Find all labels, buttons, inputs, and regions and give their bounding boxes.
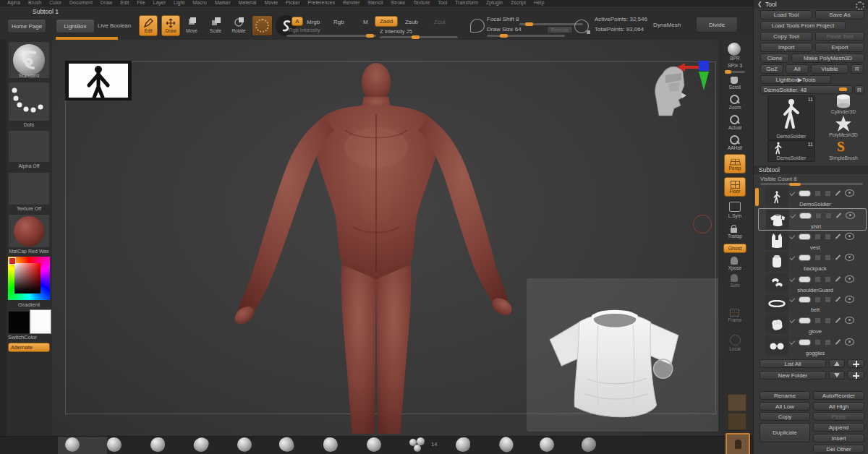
sculpt-model-demosoldier[interactable]: [208, 61, 512, 436]
spix-handle[interactable]: [725, 70, 731, 74]
active-tool-r-button[interactable]: R: [854, 85, 864, 94]
subtool-row-shirt[interactable]: shirt: [758, 208, 867, 231]
visibility-pill[interactable]: [799, 213, 812, 219]
ui-toggle-icon[interactable]: [825, 254, 831, 261]
menu-draw[interactable]: Draw: [101, 0, 112, 5]
list-all-button[interactable]: List All: [760, 359, 826, 368]
left-tray-divider[interactable]: [0, 40, 7, 436]
ui-toggle-icon[interactable]: [814, 190, 821, 197]
subtool-row-demosoldier[interactable]: DemoSoldier: [758, 187, 865, 207]
visible-count-track[interactable]: [760, 183, 863, 185]
live-boolean-button[interactable]: Live Boolean: [98, 22, 131, 29]
eye-icon[interactable]: [845, 317, 854, 324]
actual-button[interactable]: [730, 115, 739, 124]
menu-render[interactable]: Render: [343, 0, 359, 5]
polypaint-icon[interactable]: [791, 213, 796, 218]
copy-tool-button[interactable]: Copy Tool: [760, 32, 812, 41]
ui-toggle-icon[interactable]: [815, 213, 822, 219]
all-high-button[interactable]: All High: [813, 402, 864, 411]
divide-button[interactable]: Divide: [696, 17, 738, 33]
menu-marker[interactable]: Marker: [215, 0, 231, 5]
visibility-pill[interactable]: [799, 317, 811, 324]
rotate-button[interactable]: Rotate: [230, 17, 247, 37]
zadd-toggle[interactable]: Zadd: [375, 16, 398, 27]
goz-visible-button[interactable]: Visible: [811, 64, 848, 74]
z-intensity-slider[interactable]: [380, 36, 458, 38]
focal-shift-handle[interactable]: [525, 22, 533, 26]
brush-preset[interactable]: [237, 437, 252, 452]
visibility-pill[interactable]: [799, 234, 811, 240]
focal-shift-slider[interactable]: [519, 23, 583, 25]
solo-button[interactable]: [731, 274, 738, 282]
brush-preset[interactable]: [540, 437, 554, 452]
material-a-toggle[interactable]: A: [292, 17, 303, 26]
pen-icon[interactable]: [835, 296, 841, 302]
local-symmetry-button[interactable]: [729, 202, 741, 212]
lightbox-tools-button[interactable]: Lightbox▶Tools: [760, 75, 831, 84]
pen-icon[interactable]: [835, 254, 841, 260]
ui-toggle-icon[interactable]: [814, 339, 821, 346]
goz-all-button[interactable]: All: [786, 64, 809, 74]
ui-toggle-icon[interactable]: [825, 234, 831, 240]
tool-thumb-demosoldier-2[interactable]: 11 DemoSoldier: [767, 140, 815, 162]
transp-button[interactable]: [731, 228, 737, 233]
scale-button[interactable]: Scale: [207, 17, 224, 37]
color-picker[interactable]: [8, 257, 50, 300]
zcut-toggle[interactable]: Zcut: [434, 19, 446, 25]
menu-picker[interactable]: Picker: [286, 0, 299, 5]
menu-preferences[interactable]: Preferences: [308, 0, 336, 5]
visibility-pill[interactable]: [799, 339, 811, 346]
subtool-row-glove[interactable]: glove: [758, 314, 865, 335]
paste-tool-button[interactable]: Paste Tool: [815, 32, 864, 41]
eye-icon[interactable]: [845, 189, 854, 197]
subtool-row-goggles[interactable]: goggles: [758, 335, 865, 356]
axis-gizmo[interactable]: [677, 60, 722, 95]
spix-slider[interactable]: [725, 71, 745, 73]
pen-icon[interactable]: [835, 190, 841, 196]
eye-icon[interactable]: [845, 296, 854, 303]
insert-button[interactable]: Insert: [813, 434, 864, 442]
color-picker-inner[interactable]: [14, 263, 41, 294]
ui-toggle-icon[interactable]: [825, 339, 831, 346]
alternate-button[interactable]: Alternate: [8, 343, 50, 352]
subtool-add-button[interactable]: [847, 359, 864, 368]
subtool-row-backpack[interactable]: backpack: [758, 251, 865, 272]
main-color-swatch[interactable]: [8, 311, 30, 334]
tool-thumb-cylinder3d[interactable]: Cylinder3D: [822, 94, 864, 114]
edit-button[interactable]: Edit: [139, 15, 158, 36]
brush-preset[interactable]: [65, 437, 80, 452]
current-brush-swatch[interactable]: [726, 433, 750, 454]
visibility-pill[interactable]: [799, 276, 811, 283]
subtool-row-shoulderguard[interactable]: shoulderGuard: [758, 273, 865, 294]
eye-icon[interactable]: [845, 275, 854, 283]
menu-edit[interactable]: Edit: [120, 0, 129, 5]
folder-add-button[interactable]: [847, 371, 864, 380]
draw-size-slider[interactable]: [487, 35, 565, 37]
ui-toggle-icon[interactable]: [814, 276, 821, 283]
z-intensity-handle[interactable]: [412, 35, 420, 39]
menu-zplugin[interactable]: Zplugin: [486, 0, 503, 5]
menu-zscript[interactable]: Zscript: [511, 0, 526, 5]
pen-icon[interactable]: [835, 276, 841, 282]
menu-document[interactable]: Document: [69, 0, 93, 5]
menu-tool[interactable]: Tool: [438, 0, 447, 5]
aahalf-button[interactable]: [730, 135, 739, 145]
stroke-circle-button[interactable]: [252, 15, 273, 36]
alpha-picker[interactable]: [8, 130, 50, 163]
subtool-up-button[interactable]: [829, 359, 845, 368]
ui-toggle-icon[interactable]: [814, 254, 821, 261]
menu-transform[interactable]: Transform: [455, 0, 478, 5]
draw-size-handle[interactable]: [500, 34, 508, 38]
load-tool-button[interactable]: Load Tool: [760, 10, 812, 20]
m-toggle[interactable]: M: [363, 19, 368, 25]
local-button[interactable]: [730, 335, 741, 346]
alpha-preview-thumbnail[interactable]: [65, 61, 132, 100]
subtool-section-header[interactable]: Subtool: [754, 166, 868, 174]
stroke-picker-dots[interactable]: [8, 82, 50, 121]
rgb-intensity-handle[interactable]: [366, 34, 374, 38]
dynamesh-button[interactable]: DynaMesh: [653, 22, 681, 28]
menu-brush[interactable]: Brush: [28, 0, 41, 5]
move-button[interactable]: Move: [183, 17, 200, 37]
pen-icon[interactable]: [835, 234, 841, 239]
sculpt-viewport[interactable]: shirt Polys=1888 Points=1880 HiddenPolys…: [52, 40, 718, 436]
